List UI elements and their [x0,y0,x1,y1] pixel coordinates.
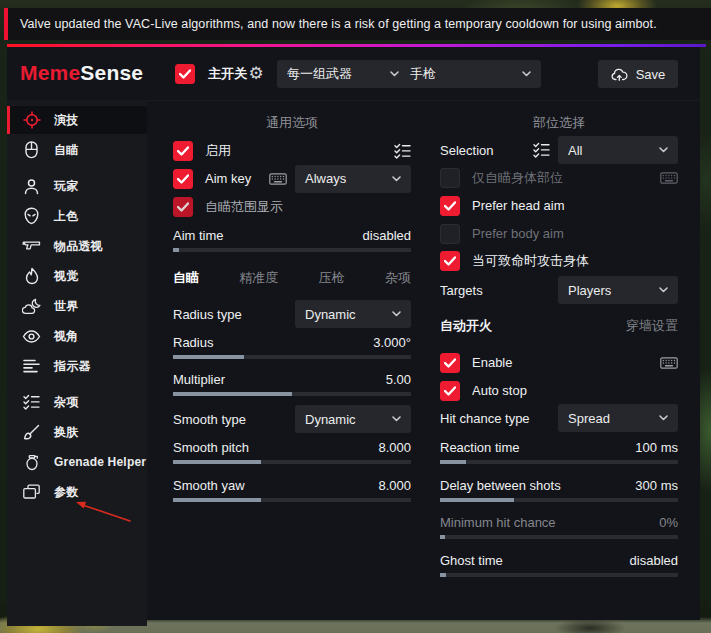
slider-fill [173,460,261,464]
weapon-select[interactable]: 手枪 [400,60,541,88]
fov-display-label: 自瞄范围显示 [205,198,283,216]
auto-stop-row: Auto stop [440,377,678,404]
keyboard-icon[interactable] [660,172,678,184]
ghost-time-track[interactable] [440,573,678,577]
enable-label: 启用 [205,142,231,160]
min-hit-chance-value: 0% [659,515,678,530]
check-icon [444,256,456,266]
selection-select[interactable]: All [558,136,678,164]
tab-aimbot[interactable]: 自瞄 [173,269,199,287]
smooth-yaw-track[interactable] [173,498,411,502]
master-switch-checkbox[interactable] [175,64,195,84]
chevron-down-icon [392,176,401,182]
filter-list-icon[interactable] [394,143,411,159]
auto-stop-checkbox[interactable] [440,381,460,401]
sidebar-item-colors[interactable]: 上色 [7,202,147,230]
sidebar-item-skins[interactable]: 换肤 [7,418,147,446]
slider-fill [173,392,292,396]
sidebar-item-view[interactable]: 视角 [7,322,147,350]
smooth-pitch-track[interactable] [173,460,411,464]
aim-key-mode-select[interactable]: Always [295,165,411,193]
smooth-pitch-slider: Smooth pitch8.000 [173,438,411,464]
master-switch-label: 主开关 [208,65,247,83]
wall-settings-link[interactable]: 穿墙设置 [626,317,678,335]
weapon-value: 手枪 [410,65,436,83]
section-title-parts: 部位选择 [440,114,678,130]
smooth-type-label: Smooth type [173,412,246,427]
aim-key-checkbox[interactable] [173,169,193,189]
enable-checkbox[interactable] [173,141,193,161]
sidebar-item-item-esp[interactable]: 物品透视 [7,232,147,260]
tab-misc[interactable]: 杂项 [385,269,411,287]
player-icon [22,177,41,196]
aim-key-label: Aim key [205,171,251,186]
radius-type-label: Radius type [173,307,242,322]
smooth-yaw-label: Smooth yaw [173,478,245,493]
gear-icon[interactable]: ⚙ [245,63,267,85]
sidebar-item-aimbot[interactable]: 自瞄 [7,136,147,164]
multiplier-track[interactable] [173,392,411,396]
aim-time-track[interactable] [173,248,411,252]
lethal-body-row: 当可致命时攻击身体 [440,247,678,274]
reaction-time-label: Reaction time [440,440,519,455]
radius-type-row: Radius type Dynamic [173,300,411,328]
sidebar-item-label: 换肤 [54,424,78,441]
smooth-type-select[interactable]: Dynamic [295,405,411,433]
active-indicator-bar [7,106,10,134]
check-icon [179,69,191,79]
flame-icon [22,267,41,286]
tab-accuracy[interactable]: 精准度 [239,269,278,287]
section-title-general: 通用选项 [173,114,411,130]
radius-type-select[interactable]: Dynamic [295,300,411,328]
lethal-body-checkbox[interactable] [440,251,460,271]
aim-key-mode-value: Always [305,171,346,186]
keyboard-icon[interactable] [660,357,678,369]
delay-shots-slider: Delay between shots300 ms [440,476,678,502]
sidebar-item-label: 上色 [54,208,78,225]
weapon-group-value: 每一组武器 [287,65,352,83]
smooth-type-row: Smooth type Dynamic [173,405,411,433]
check-icon [177,174,189,184]
ghost-time-slider: Ghost timedisabled [440,551,678,577]
prefer-head-checkbox[interactable] [440,196,460,216]
annotation-arrow [60,495,140,527]
sidebar-item-indicators[interactable]: 指示器 [7,352,147,380]
delay-shots-track[interactable] [440,498,678,502]
hit-chance-type-select[interactable]: Spread [558,404,678,432]
aim-key-row: Aim key Always [173,165,411,192]
radius-type-value: Dynamic [305,307,356,322]
crosshair-icon [22,111,41,130]
smooth-yaw-slider: Smooth yaw8.000 [173,476,411,502]
eye-icon [22,327,41,346]
sidebar-item-label: 视角 [54,328,78,345]
sidebar-item-legit[interactable]: 演技 [7,106,147,134]
prefer-body-checkbox[interactable] [440,224,460,244]
checklist-icon [22,393,41,412]
selection-row: Selection All [440,136,678,164]
min-hit-chance-track[interactable] [440,535,678,539]
radius-track[interactable] [173,355,411,359]
sidebar-item-label: 杂项 [54,394,78,411]
master-switch-group: 主开关 [175,64,247,84]
keyboard-icon[interactable] [269,173,287,185]
sidebar-item-misc[interactable]: 杂项 [7,388,147,416]
chevron-down-icon [659,287,668,293]
tab-recoil[interactable]: 压枪 [319,269,345,287]
cloud-moon-icon [22,297,41,316]
general-options-column: 通用选项 启用 Aim key Always 自瞄范 [173,100,411,502]
sidebar-item-world[interactable]: 世界 [7,292,147,320]
logo: MemeSense [20,61,143,85]
fov-display-checkbox[interactable] [173,197,193,217]
save-button[interactable]: Save [598,60,678,88]
targets-select[interactable]: Players [558,276,678,304]
reaction-time-track[interactable] [440,460,678,464]
sidebar-item-players[interactable]: 玩家 [7,172,147,200]
sidebar-item-visuals[interactable]: 视觉 [7,262,147,290]
filter-list-icon[interactable] [533,142,550,158]
body-only-checkbox[interactable] [440,168,460,188]
autofire-enable-checkbox[interactable] [440,353,460,373]
sidebar-item-grenade-helper[interactable]: Grenade Helper [7,448,147,476]
sidebar-item-label: 世界 [54,298,78,315]
targets-label: Targets [440,283,483,298]
weapon-group-select[interactable]: 每一组武器 [277,60,409,88]
